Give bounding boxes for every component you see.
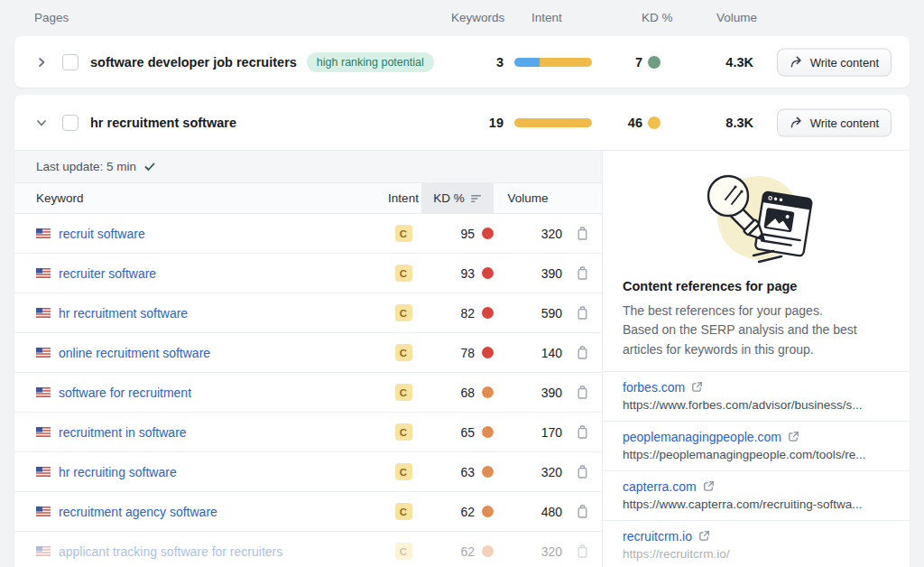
kd-dot — [482, 426, 494, 438]
us-flag-icon — [36, 308, 51, 318]
header-volume-label: Volume — [716, 11, 757, 24]
kd-value: 82 — [460, 306, 475, 321]
us-flag-icon — [36, 467, 51, 477]
keyword-row: hr recruiting software C 63 320 — [14, 452, 602, 492]
intent-commercial-badge: C — [395, 503, 412, 520]
keyword-row: recruit software C 95 320 — [14, 214, 602, 254]
reference-item: peoplemanagingpeople.com https://peoplem… — [603, 421, 910, 470]
keyword-link[interactable]: software for recruitment — [59, 386, 191, 400]
reference-url: https://www.forbes.com/advisor/business/… — [623, 398, 890, 412]
delete-keyword-button[interactable] — [562, 266, 602, 280]
kd-dot — [482, 506, 494, 517]
kd-value: 7 — [606, 55, 661, 70]
column-actions-spacer — [562, 183, 602, 213]
delete-keyword-button[interactable] — [562, 505, 602, 518]
keyword-row: software for recruitment C 68 390 — [14, 373, 602, 413]
redirect-arrow-icon — [790, 116, 803, 129]
header-intent-label: Intent — [531, 11, 562, 24]
us-flag-icon — [36, 348, 51, 358]
intent-commercial-badge: C — [395, 384, 412, 401]
volume-value: 170 — [494, 425, 562, 440]
kd-dot — [482, 307, 494, 319]
volume-value: 320 — [494, 544, 562, 559]
reference-url: https://recruitcrm.io/ — [623, 547, 890, 561]
us-flag-icon — [36, 546, 51, 556]
kd-dot — [482, 386, 494, 398]
sort-descending-icon — [471, 194, 482, 203]
reference-domain-link[interactable]: forbes.com — [623, 380, 685, 395]
delete-keyword-button[interactable] — [562, 544, 602, 558]
pages-list-header: Pages Keywords Intent KD % Volume — [0, 0, 924, 36]
kd-dot — [482, 545, 494, 557]
delete-keyword-button[interactable] — [562, 425, 602, 439]
volume-value: 590 — [494, 306, 562, 321]
delete-keyword-button[interactable] — [562, 465, 602, 479]
content-references-text: Content references for page The best ref… — [603, 279, 910, 359]
chevron-down-icon[interactable] — [34, 116, 49, 130]
kd-dot — [482, 267, 494, 279]
keyword-row: recruitment agency software C 62 480 — [14, 492, 602, 532]
delete-keyword-button[interactable] — [562, 227, 602, 240]
write-content-button[interactable]: Write content — [777, 108, 892, 136]
delete-keyword-button[interactable] — [562, 386, 602, 399]
delete-keyword-button[interactable] — [562, 346, 602, 359]
header-keywords-label: Keywords — [451, 11, 504, 24]
last-update-bar: Last update: 5 min — [14, 151, 602, 183]
kd-dot — [482, 228, 494, 239]
column-keyword[interactable]: Keyword — [14, 183, 385, 213]
expanded-detail-panel: Last update: 5 min Keyword Intent KD % V… — [14, 151, 910, 567]
external-link-icon — [691, 381, 703, 393]
keyword-link[interactable]: recruit software — [59, 227, 145, 241]
keyword-link[interactable]: hr recruitment software — [59, 306, 188, 321]
kd-value: 46 — [606, 116, 661, 130]
us-flag-icon — [36, 427, 51, 437]
keyword-link[interactable]: online recruitment software — [59, 346, 210, 360]
column-intent[interactable]: Intent — [385, 183, 421, 213]
kd-value: 63 — [460, 465, 475, 479]
check-icon — [144, 163, 155, 172]
page-row: hr recruitment software 19 46 8.3K Write… — [14, 95, 910, 151]
kd-dot — [648, 116, 661, 129]
volume-value: 390 — [494, 386, 562, 400]
reference-domain-link[interactable]: recruitcrm.io — [623, 529, 692, 544]
page-row: software developer job recruiters high r… — [14, 36, 910, 88]
us-flag-icon — [36, 387, 51, 397]
kd-value: 62 — [460, 544, 475, 559]
keyword-table-pane: Last update: 5 min Keyword Intent KD % V… — [14, 151, 603, 567]
delete-keyword-button[interactable] — [562, 306, 602, 320]
intent-commercial-badge: C — [395, 265, 412, 282]
column-volume[interactable]: Volume — [494, 183, 562, 213]
page-checkbox[interactable] — [62, 54, 79, 70]
kd-value: 62 — [460, 505, 475, 519]
content-references-title: Content references for page — [623, 279, 890, 293]
intent-commercial-badge: C — [395, 543, 412, 560]
keyword-row: recruiter software C 93 390 — [14, 254, 602, 293]
keyword-link[interactable]: recruitment agency software — [59, 505, 217, 519]
write-content-button[interactable]: Write content — [777, 48, 892, 76]
reference-domain-link[interactable]: peoplemanagingpeople.com — [623, 430, 781, 444]
chevron-right-icon[interactable] — [34, 55, 49, 70]
volume-value: 320 — [494, 465, 562, 479]
reference-item: recruitcrm.io https://recruitcrm.io/ — [603, 520, 910, 567]
keyword-link[interactable]: recruiter software — [59, 266, 156, 281]
header-kd-label: KD % — [642, 11, 673, 24]
kd-value: 65 — [460, 425, 475, 440]
column-kd-sorted[interactable]: KD % — [421, 183, 494, 213]
intent-commercial-badge: C — [395, 304, 412, 321]
keyword-link[interactable]: recruitment in software — [59, 425, 187, 440]
header-pages-label: Pages — [34, 11, 69, 24]
content-references-pane: Content references for page The best ref… — [603, 151, 910, 567]
us-flag-icon — [36, 268, 51, 278]
reference-url: https://www.capterra.com/recruiting-soft… — [623, 497, 890, 511]
kd-value: 95 — [460, 227, 475, 241]
kd-dot — [482, 466, 494, 478]
keyword-row: online recruitment software C 78 140 — [14, 333, 602, 373]
keyword-link[interactable]: applicant tracking software for recruite… — [59, 544, 282, 559]
page-card-software-developer-job-recruiters: software developer job recruiters high r… — [14, 36, 910, 88]
keyword-row: applicant tracking software for recruite… — [14, 532, 602, 567]
reference-domain-link[interactable]: capterra.com — [623, 479, 697, 494]
volume-value: 320 — [494, 227, 562, 241]
intent-commercial-badge: C — [395, 463, 412, 480]
keyword-link[interactable]: hr recruiting software — [59, 465, 177, 479]
page-checkbox[interactable] — [62, 115, 79, 131]
